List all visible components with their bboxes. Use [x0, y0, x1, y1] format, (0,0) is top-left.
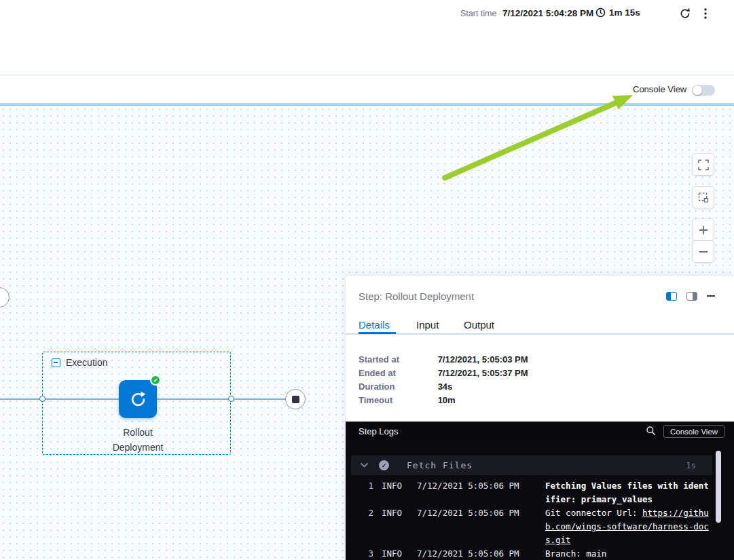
kebab-menu-button[interactable]: [697, 5, 714, 22]
chevron-down-icon: [361, 463, 368, 468]
detail-value: 7/12/2021, 5:05:03 PM: [438, 354, 528, 365]
zoom-in-button[interactable]: [692, 219, 714, 241]
view-toolbar: Console View: [0, 75, 734, 103]
console-view-label: Console View: [633, 84, 686, 94]
execution-group-label: Execution: [66, 357, 107, 368]
tab-details[interactable]: Details: [359, 319, 390, 331]
log-level: INFO: [382, 547, 407, 560]
log-line-number: 1: [365, 479, 373, 506]
log-message: Git connector Url: https://github.com/wi…: [545, 506, 714, 547]
console-view-toggle[interactable]: [692, 85, 715, 96]
collapse-icon[interactable]: [52, 358, 60, 367]
log-timestamp: 7/12/2021 5:05:06 PM: [417, 506, 520, 547]
check-icon: ✓: [382, 462, 387, 469]
panel-title: Step: Rollout Deployment: [359, 291, 474, 302]
log-section-name: Fetch Files: [407, 460, 473, 470]
check-icon: ✓: [153, 377, 158, 384]
stage-start-node[interactable]: [0, 287, 10, 307]
detail-value: 10m: [438, 395, 456, 405]
kebab-icon: [704, 8, 707, 19]
log-timestamp: 7/12/2021 5:05:06 PM: [417, 547, 520, 560]
minimize-icon: [707, 295, 715, 297]
log-line-number: 2: [365, 506, 373, 547]
minimize-panel-button[interactable]: [705, 291, 716, 301]
section-success-icon: ✓: [379, 460, 389, 470]
start-time-label: Start time: [460, 9, 497, 18]
stop-icon: [292, 396, 299, 403]
log-section-duration: 1s: [686, 461, 696, 470]
tab-input[interactable]: Input: [416, 319, 439, 331]
pipeline-execution-screen: Start time 7/12/2021 5:04:28 PM 1m 15s C…: [0, 0, 734, 560]
rollout-deployment-step-node[interactable]: [119, 380, 157, 418]
dock-right-icon[interactable]: [686, 292, 697, 301]
detail-value: 34s: [438, 381, 453, 392]
log-line: 2 INFO 7/12/2021 5:05:06 PM Git connecto…: [365, 506, 714, 547]
dock-left-fill: [667, 293, 671, 300]
detail-label: Ended at: [359, 368, 435, 378]
detail-row: Ended at 7/12/2021, 5:05:37 PM: [359, 368, 528, 378]
step-details-panel: Step: Rollout Deployment Details Input O…: [345, 275, 734, 560]
log-line-number: 3: [365, 547, 373, 560]
marquee-select-icon: [698, 192, 709, 203]
detail-label: Timeout: [359, 395, 435, 405]
elapsed-time-value: 1m 15s: [609, 7, 640, 18]
log-line: 1 INFO 7/12/2021 5:05:06 PM Fetching Val…: [365, 479, 714, 506]
tab-output[interactable]: Output: [464, 319, 494, 331]
log-line: 3 INFO 7/12/2021 5:05:06 PM Branch: main: [365, 547, 714, 560]
marquee-select-button[interactable]: [692, 186, 714, 208]
execution-group-header[interactable]: Execution: [52, 357, 107, 368]
clock-icon: [595, 7, 606, 18]
detail-label: Duration: [359, 381, 435, 392]
connector-dot-left: [39, 396, 45, 402]
elapsed-time: 1m 15s: [595, 7, 640, 18]
logs-console-view-button[interactable]: Console View: [663, 425, 724, 438]
detail-label: Started at: [359, 354, 435, 365]
log-level: INFO: [382, 506, 407, 547]
step-success-badge: ✓: [150, 375, 161, 386]
topbar: Start time 7/12/2021 5:04:28 PM 1m 15s: [0, 0, 734, 75]
refresh-button[interactable]: [676, 5, 694, 22]
dock-left-icon[interactable]: [666, 292, 677, 301]
log-search-button[interactable]: [644, 426, 657, 438]
log-message: Branch: main: [545, 547, 714, 560]
minus-icon: [699, 247, 708, 257]
fullscreen-icon: [698, 160, 709, 170]
detail-value: 7/12/2021, 5:05:37 PM: [438, 368, 528, 378]
log-scrollbar[interactable]: [716, 451, 721, 523]
tab-divider: [346, 333, 734, 335]
toggle-knob: [693, 86, 702, 95]
log-console: ✓ Fetch Files 1s 1 INFO 7/12/2021 5:05:0…: [346, 441, 734, 560]
detail-row: Started at 7/12/2021, 5:05:03 PM: [359, 354, 528, 365]
log-level: INFO: [382, 479, 407, 506]
stage-end-node[interactable]: [285, 389, 306, 409]
zoom-out-button[interactable]: [692, 240, 714, 263]
step-logs-title: Step Logs: [359, 422, 399, 441]
detail-row: Timeout 10m: [359, 395, 456, 405]
log-rows: 1 INFO 7/12/2021 5:05:06 PM Fetching Val…: [346, 479, 734, 560]
search-icon: [646, 426, 656, 436]
step-logs-bar: Step Logs Console View: [346, 422, 734, 441]
log-message: Fetching Values files with identifier: p…: [545, 479, 714, 506]
plus-icon: [699, 225, 708, 235]
start-time-value: 7/12/2021 5:04:28 PM: [502, 8, 593, 18]
fullscreen-button[interactable]: [692, 153, 714, 176]
refresh-icon: [679, 7, 691, 20]
connector-dot-right: [228, 396, 234, 402]
detail-row: Duration 34s: [359, 381, 452, 392]
dock-right-fill: [693, 293, 697, 300]
step-node-caption: Rollout Deployment: [96, 425, 179, 455]
log-timestamp: 7/12/2021 5:05:06 PM: [417, 479, 520, 506]
log-section-header[interactable]: ✓ Fetch Files 1s: [351, 455, 712, 475]
active-tab-underline: [359, 332, 396, 334]
rollback-refresh-icon: [129, 390, 147, 409]
log-message-prefix: Git connector Url:: [545, 508, 642, 518]
